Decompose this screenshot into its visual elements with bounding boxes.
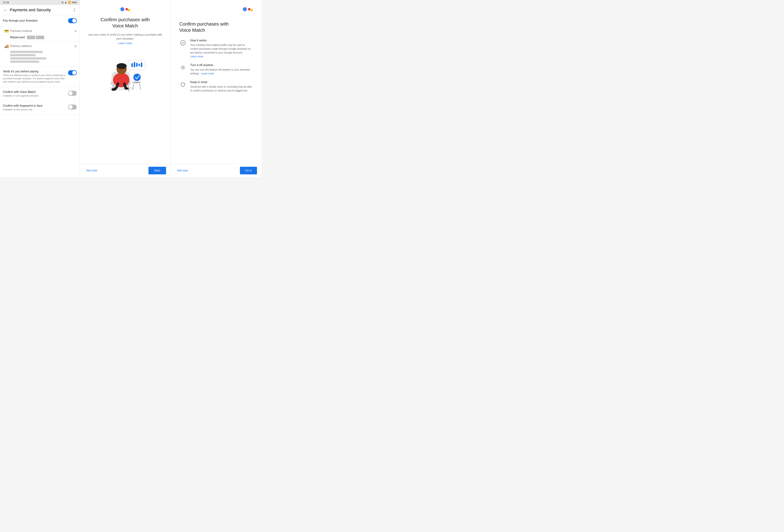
payment-method-label: Payment method [10,29,75,33]
voice-match-content: Confirm with Voice Match Available on al… [3,90,66,97]
blue-dot-right [243,7,247,11]
voice-match-illustration [102,50,149,94]
addr-line-1 [10,51,43,53]
next-button[interactable]: Next [148,167,166,174]
middle-not-now-button[interactable]: Not now [84,167,99,174]
svg-point-23 [182,66,184,68]
more-options-button[interactable]: ⋮ [72,7,77,12]
svg-point-9 [124,87,129,90]
verify-content: Verify it's you before paying There are … [3,70,66,84]
voice-match-sublabel: Available on all supported devices. [3,94,66,97]
do-not-disturb-icon: ⊖ [61,1,63,4]
credit-card-icon: 💳 [3,29,10,33]
delivery-address-row: 🚚 Delivery address ∨ [0,41,80,66]
pay-through-assistant-toggle[interactable] [68,18,77,23]
svg-rect-15 [131,63,133,67]
payment-method-value: Mastercard ████ ████ [0,36,80,41]
verify-row: Verify it's you before paying There are … [0,66,80,87]
how-it-works-text: How it works Your existing Voice Match p… [190,39,253,58]
voice-match-toggle[interactable] [68,91,77,96]
voice-match-toggle-wrapper [68,91,77,96]
toggle-thumb [72,19,76,23]
page-title: Payments and Security [10,8,72,12]
right-header [179,7,253,17]
pay-through-assistant-row: Pay through your Assistant [0,15,80,26]
delivery-chevron-icon: ∨ [75,44,77,48]
google-logo-middle [120,7,130,11]
svg-point-8 [111,88,116,91]
svg-point-22 [180,40,185,45]
delivery-address-header[interactable]: 🚚 Delivery address ∨ [0,41,80,51]
turn-off-learn-more[interactable]: Learn more [201,72,214,75]
keep-in-mind-body: Someone with a similar voice or recordin… [190,85,253,92]
voice-match-row: Confirm with Voice Match Available on al… [0,87,80,101]
turn-off-text: Turn it off anytime You can turn this fe… [190,63,253,76]
right-dialog-title: Confirm purchases withVoice Match [179,21,253,33]
keep-in-mind-text: Keep in mind Someone with a similar voic… [190,81,253,92]
settings-list: Pay through your Assistant 💳 Payment met… [0,15,80,177]
svg-rect-16 [134,62,135,67]
fingerprint-content: Confirm with fingerprint or face Availab… [3,104,66,111]
addr-line-3 [10,57,47,59]
svg-rect-17 [136,63,138,67]
fingerprint-row: Confirm with fingerprint or face Availab… [0,101,80,115]
right-dialog-content: Confirm purchases withVoice Match How it… [171,0,261,164]
fingerprint-toggle-wrapper [68,105,77,110]
gear-icon [179,64,187,71]
svg-point-5 [113,73,130,87]
wifi-icon: ▲ [65,1,67,4]
fingerprint-toggle[interactable] [68,105,77,110]
shield-icon [179,81,187,88]
svg-rect-18 [138,64,140,66]
pay-through-assistant-content: Pay through your Assistant [3,19,68,22]
google-logo-right [243,7,253,11]
status-icons: ⊖ ▲ 📶 54% [61,1,77,4]
middle-dialog-description: Use your voice to verify it's you when m… [87,33,163,41]
turn-off-body: You can turn this feature off anytime in… [190,68,253,76]
verify-toggle[interactable] [68,70,77,75]
right-dialog-panel: Confirm purchases withVoice Match How it… [171,0,261,177]
addr-line-2 [10,54,35,56]
mastercard-label: Mastercard [10,36,25,39]
battery-text: 54% [72,1,77,4]
payment-chevron-icon: ∨ [75,29,77,33]
svg-point-21 [133,74,141,81]
right-dialog-footer: Not now I'm in [171,164,261,177]
fingerprint-sublabel: Available on this device only [3,108,66,111]
middle-dialog-panel: Confirm purchases withVoice Match Use yo… [80,0,171,177]
svg-point-7 [116,63,127,69]
payment-method-row: 💳 Payment method ∨ Mastercard ████ ████ [0,26,80,41]
address-blurred [0,51,80,66]
toggle-thumb [72,71,76,75]
addr-line-4 [10,61,39,63]
verify-sublabel: There are different ways to verify it's … [3,74,66,84]
voice-match-label: Confirm with Voice Match [3,90,36,93]
keep-in-mind-heading: Keep in mind [190,81,253,84]
verify-toggle-wrapper [68,70,77,75]
red-dot [125,8,128,10]
signal-icon: 📶 [68,1,71,4]
status-bar: 17:19 ⊖ ▲ 📶 54% [0,0,80,5]
turn-off-item: Turn it off anytime You can turn this fe… [179,63,253,76]
yellow-dot [128,9,130,11]
svg-line-12 [139,83,140,90]
right-not-now-button[interactable]: Not now [175,167,190,174]
left-panel: 17:19 ⊖ ▲ 📶 54% ← Payments and Security … [0,0,80,177]
pay-through-assistant-label: Pay through your Assistant [3,19,37,22]
yellow-dot-right [250,9,253,11]
middle-dialog-title: Confirm purchases withVoice Match [101,17,150,29]
status-time: 17:19 [3,1,9,4]
delivery-address-label: Delivery address [10,45,75,48]
toggle-thumb [68,91,73,95]
keep-in-mind-item: Keep in mind Someone with a similar voic… [179,81,253,92]
top-bar: ← Payments and Security ⋮ [0,5,80,15]
how-it-works-body: Your existing Voice Match profile may be… [190,43,253,58]
im-in-button[interactable]: I'm in [240,167,257,174]
middle-learn-more-link[interactable]: Learn more [118,41,132,45]
back-button[interactable]: ← [3,7,8,12]
check-circle-icon [179,39,187,47]
how-it-works-learn-more[interactable]: Learn more [190,55,203,58]
payment-method-header[interactable]: 💳 Payment method ∨ [0,26,80,36]
toggle-thumb [68,105,73,109]
card-number-masked: ████ ████ [27,36,44,39]
